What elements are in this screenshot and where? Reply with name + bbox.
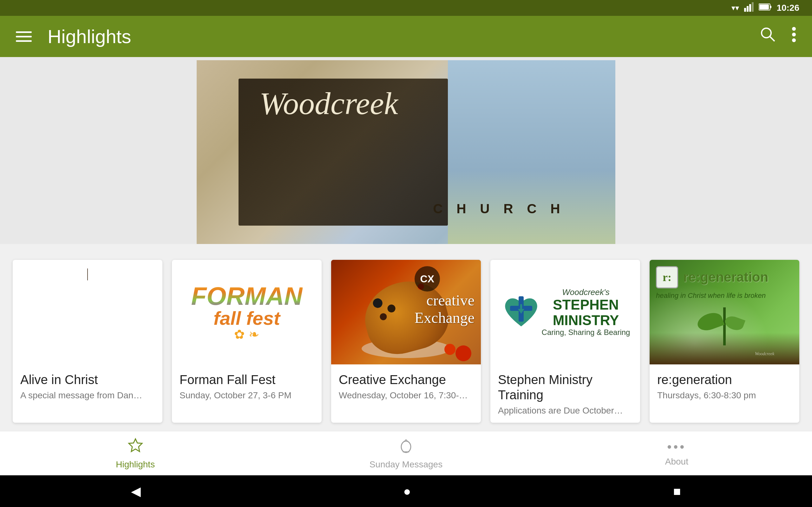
- sunday-message-label: SUNDAYMESSAGE: [44, 319, 131, 358]
- cards-section: Woodcreek CHURCH SUNDAYMESSAGE Alive in …: [0, 250, 812, 423]
- svg-point-11: [792, 38, 796, 42]
- svg-line-8: [770, 37, 774, 41]
- menu-button[interactable]: [13, 28, 35, 45]
- sunday-messages-nav-label: Sunday Messages: [369, 459, 443, 469]
- hero-image: Woodcreek C H U R C H: [197, 60, 615, 244]
- wifi-icon: ▾▾: [731, 3, 739, 12]
- signal-icon: [744, 2, 754, 14]
- card-1-subtitle: A special message from Dan…: [20, 390, 155, 401]
- card-2-info: Forman Fall Fest Sunday, October 27, 3-6…: [172, 364, 322, 407]
- app-bar-actions: [757, 23, 799, 49]
- church-label: CHURCH: [69, 295, 106, 302]
- fall-fest-text: fall fest: [191, 309, 302, 328]
- svg-rect-0: [744, 8, 746, 12]
- woodcreeks-label: Woodcreek's: [542, 287, 630, 297]
- card-regeneration[interactable]: r: re:generation healing in Christ when …: [650, 260, 799, 423]
- card-4-subtitle: Applications are Due October…: [498, 405, 632, 416]
- bottom-nav: Highlights Sunday Messages ••• About: [0, 431, 812, 475]
- time-display: 10:26: [776, 3, 799, 13]
- hero-banner: Woodcreek C H U R C H: [0, 57, 812, 244]
- sunday-messages-nav-icon: [398, 437, 414, 457]
- card-3-subtitle: Wednesday, October 16, 7:30-…: [339, 390, 473, 401]
- svg-marker-16: [129, 439, 142, 452]
- regeneration-logo: r: re:generation: [656, 266, 768, 288]
- svg-point-9: [792, 27, 796, 31]
- card-4-image: Woodcreek's STEPHENMINISTRY Caring, Shar…: [490, 260, 640, 364]
- regen-name: re:generation: [683, 270, 768, 285]
- card-5-title: re:generation: [657, 372, 792, 387]
- woodcreek-name: Woodcreek: [61, 282, 113, 295]
- svg-text:Woodcreek: Woodcreek: [755, 351, 774, 356]
- card-3-title: Creative Exchange: [339, 372, 473, 387]
- forman-leaves: ✿ ❧: [191, 328, 302, 341]
- card-2-title: Forman Fall Fest: [180, 372, 314, 387]
- card-5-image: r: re:generation healing in Christ when …: [650, 260, 799, 364]
- home-button[interactable]: ●: [403, 484, 411, 498]
- app-title: Highlights: [48, 26, 757, 48]
- nav-sunday-messages[interactable]: Sunday Messages: [270, 437, 541, 469]
- highlights-nav-label: Highlights: [116, 459, 155, 469]
- card-1-image: Woodcreek CHURCH SUNDAYMESSAGE: [13, 260, 162, 364]
- card-1-title: Alive in Christ: [20, 372, 155, 387]
- recents-button[interactable]: ■: [673, 484, 681, 498]
- stephen-ministry-label: STEPHENMINISTRY: [542, 297, 630, 328]
- svg-rect-3: [752, 2, 754, 12]
- card-creative-exchange[interactable]: CX creativeExchange Creative Exchange We…: [331, 260, 481, 423]
- card-5-subtitle: Thursdays, 6:30-8:30 pm: [657, 390, 792, 401]
- back-button[interactable]: ◀: [131, 484, 141, 498]
- regen-icon-box: r:: [656, 266, 678, 288]
- svg-point-17: [401, 441, 411, 452]
- regen-tagline: healing in Christ when life is broken: [656, 291, 766, 300]
- system-nav-bar: ◀ ● ■: [0, 475, 812, 507]
- card-2-image: FORMAN fall fest ✿ ❧: [172, 260, 322, 364]
- regen-r-icon: r:: [663, 271, 671, 284]
- nav-highlights[interactable]: Highlights: [0, 437, 270, 469]
- status-bar: ▾▾ 10:26: [0, 0, 812, 16]
- card-4-info: Stephen Ministry Training Applications a…: [490, 364, 640, 423]
- caring-label: Caring, Sharing & Bearing: [542, 328, 630, 337]
- nav-about[interactable]: ••• About: [542, 440, 812, 467]
- cx-badge: CX: [415, 266, 440, 291]
- card-sunday-message[interactable]: Woodcreek CHURCH SUNDAYMESSAGE Alive in …: [13, 260, 162, 423]
- svg-rect-2: [749, 4, 751, 12]
- forman-title-text: FORMAN: [191, 284, 302, 309]
- woodcreek-watermark: Woodcreek: [755, 350, 793, 358]
- stephen-text: Woodcreek's STEPHENMINISTRY Caring, Shar…: [542, 287, 630, 337]
- card-4-title: Stephen Ministry Training: [498, 372, 632, 402]
- search-button[interactable]: [757, 23, 779, 49]
- about-nav-label: About: [665, 457, 688, 467]
- card-3-image: CX creativeExchange: [331, 260, 481, 364]
- svg-rect-6: [759, 4, 769, 9]
- battery-icon: [759, 3, 771, 13]
- about-nav-icon: •••: [667, 440, 686, 454]
- card-2-subtitle: Sunday, October 27, 3-6 PM: [180, 390, 314, 401]
- app-bar: Highlights: [0, 16, 812, 57]
- card-5-info: re:generation Thursdays, 6:30-8:30 pm: [650, 364, 799, 407]
- card-3-info: Creative Exchange Wednesday, October 16,…: [331, 364, 481, 407]
- svg-rect-1: [747, 6, 749, 12]
- svg-point-7: [762, 28, 771, 38]
- card-1-info: Alive in Christ A special message from D…: [13, 364, 162, 407]
- highlights-nav-icon: [128, 437, 143, 457]
- woodcreek-logo: Woodcreek CHURCH: [61, 266, 113, 302]
- svg-rect-5: [770, 6, 771, 8]
- card-stephen-ministry[interactable]: Woodcreek's STEPHENMINISTRY Caring, Shar…: [490, 260, 640, 423]
- svg-point-10: [792, 33, 796, 37]
- creative-exchange-text: creativeExchange: [415, 291, 474, 326]
- card-forman-fall-fest[interactable]: FORMAN fall fest ✿ ❧ Forman Fall Fest Su…: [172, 260, 322, 423]
- status-icons: ▾▾ 10:26: [731, 2, 799, 14]
- more-options-button[interactable]: [789, 23, 799, 49]
